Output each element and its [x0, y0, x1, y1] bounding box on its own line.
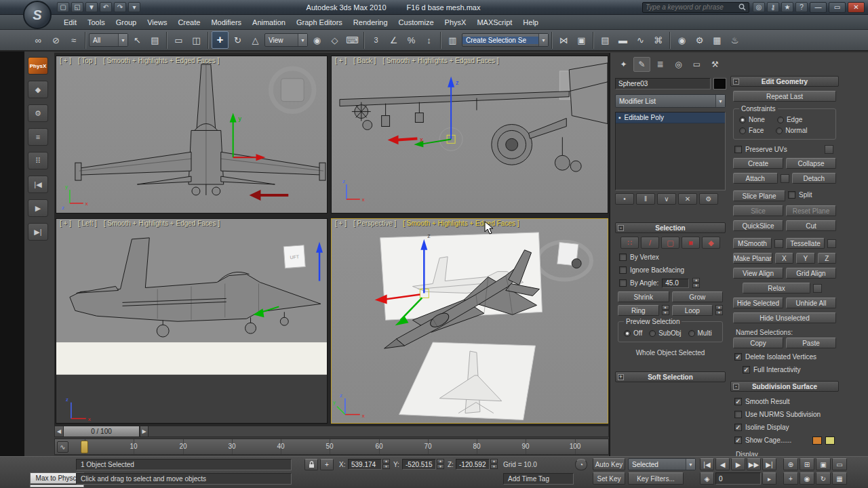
- viewport-shading-label[interactable]: [ Smooth + Highlights + Edged Faces ]: [403, 220, 519, 227]
- minimize-button[interactable]: —: [810, 2, 827, 13]
- slice-button[interactable]: Slice: [733, 205, 783, 216]
- preserve-uvs-checkbox[interactable]: Preserve UVs: [734, 145, 839, 154]
- attach-button[interactable]: Attach: [733, 173, 778, 184]
- cage-selected-color-swatch[interactable]: [825, 436, 835, 445]
- checkbox-box[interactable]: [619, 279, 627, 287]
- show-end-result-icon[interactable]: ‖: [636, 193, 655, 205]
- hide-unselected-button[interactable]: Hide Unselected: [733, 312, 836, 323]
- constraint-edge-radio[interactable]: Edge: [777, 116, 802, 123]
- select-object-icon[interactable]: ↖: [129, 31, 146, 49]
- frame-step-icon[interactable]: ▸: [762, 472, 776, 485]
- copy-button[interactable]: Copy: [733, 338, 783, 348]
- attach-settings-icon[interactable]: [781, 174, 789, 183]
- ring-spinner[interactable]: ▲▼: [662, 305, 669, 316]
- menu-create[interactable]: Create: [172, 16, 205, 28]
- select-and-manipulate-icon[interactable]: ◇: [326, 31, 343, 49]
- paste-button[interactable]: Paste: [786, 338, 836, 348]
- x-coord-field[interactable]: [348, 459, 382, 470]
- window-crossing-icon[interactable]: ◫: [188, 31, 205, 49]
- ring-button[interactable]: Ring: [618, 305, 659, 316]
- make-planar-button[interactable]: Make Planar: [733, 253, 772, 264]
- physx-constraints-icon[interactable]: ≡: [28, 128, 48, 146]
- viewport-name-label[interactable]: [ Perspective ]: [353, 220, 396, 227]
- spinner-snap-icon[interactable]: ↕: [420, 31, 437, 49]
- border-mode-icon[interactable]: ▢: [661, 237, 679, 249]
- physx-play-icon[interactable]: ▶: [28, 199, 48, 217]
- communication-center-icon[interactable]: ◎: [753, 2, 765, 12]
- angle-snap-icon[interactable]: ∠: [385, 31, 402, 49]
- make-unique-icon[interactable]: ∨: [657, 193, 676, 205]
- key-filters-button[interactable]: Key Filters...: [628, 472, 684, 485]
- help-icon[interactable]: ?: [795, 2, 808, 12]
- slice-plane-button[interactable]: Slice Plane: [733, 190, 785, 201]
- redo-icon[interactable]: ↷: [114, 2, 126, 12]
- favorites-icon[interactable]: ★: [781, 2, 793, 12]
- play-animation-icon[interactable]: ▶: [731, 458, 745, 470]
- relax-button[interactable]: Relax: [743, 283, 810, 293]
- by-angle-checkbox[interactable]: By Angle: ▲▼: [619, 279, 726, 287]
- view-align-button[interactable]: View Align: [733, 268, 783, 279]
- shrink-button[interactable]: Shrink: [618, 291, 669, 302]
- reset-plane-button[interactable]: Reset Plane: [786, 205, 836, 216]
- go-to-start-icon[interactable]: |◀: [700, 458, 714, 470]
- isoline-display-checkbox[interactable]: ✓ Isoline Display: [734, 423, 839, 432]
- keyboard-override-icon[interactable]: ⌨: [344, 31, 361, 49]
- maximize-button[interactable]: ▭: [829, 2, 846, 13]
- vertex-mode-icon[interactable]: ∷: [620, 237, 639, 249]
- radio-dot[interactable]: [739, 127, 746, 134]
- edit-geometry-rollout-header[interactable]: - Edit Geometry: [730, 76, 839, 87]
- display-tab-icon[interactable]: ▭: [688, 57, 705, 72]
- physx-logo-icon[interactable]: PhysX: [28, 57, 48, 75]
- by-angle-field[interactable]: [662, 279, 689, 288]
- edit-named-selections-icon[interactable]: ▥: [444, 31, 461, 49]
- subdivision-rollout-header[interactable]: - Subdivision Surface: [730, 381, 839, 392]
- modify-tab-icon[interactable]: ✎: [633, 57, 650, 72]
- viewport-back[interactable]: z x z x [ + ] [ Back ] [ Smooth + Highli…: [331, 56, 608, 214]
- subscription-center-icon[interactable]: ⚷: [767, 2, 779, 12]
- preserve-uvs-settings-icon[interactable]: [825, 145, 833, 154]
- named-selection-dropdown[interactable]: Create Selection Se▼: [462, 33, 549, 47]
- checkbox-box[interactable]: [619, 253, 627, 261]
- selection-lock-icon[interactable]: [304, 459, 318, 470]
- radio-dot[interactable]: [739, 117, 746, 123]
- search-icon[interactable]: [738, 3, 746, 11]
- previous-frame-icon[interactable]: ◀: [715, 458, 730, 470]
- checkbox-box[interactable]: ✓: [734, 398, 742, 405]
- save-file-icon[interactable]: ▼: [85, 2, 98, 12]
- app-logo-icon[interactable]: S: [23, 1, 52, 29]
- physx-step-icon[interactable]: ▶|: [28, 223, 48, 241]
- close-button[interactable]: ✕: [848, 2, 865, 13]
- radio-dot[interactable]: [624, 330, 631, 337]
- collapse-icon[interactable]: -: [733, 384, 739, 390]
- select-by-name-icon[interactable]: ▤: [146, 31, 163, 49]
- percent-snap-icon[interactable]: %: [403, 31, 420, 49]
- key-mode-dropdown[interactable]: Selected▼: [628, 458, 696, 470]
- current-frame-field[interactable]: [715, 472, 761, 485]
- next-frame-arrow-icon[interactable]: ▶: [140, 426, 149, 436]
- go-to-end-icon[interactable]: ▶|: [762, 458, 776, 470]
- menu-tools[interactable]: Tools: [82, 16, 111, 28]
- absolute-offset-toggle-icon[interactable]: +: [320, 459, 334, 470]
- checkbox-box[interactable]: [734, 146, 742, 153]
- add-time-tag-field[interactable]: Add Time Tag: [503, 473, 574, 485]
- select-and-link-icon[interactable]: ∞: [30, 31, 47, 49]
- physx-settings-icon[interactable]: ⚙: [28, 104, 48, 122]
- utilities-tab-icon[interactable]: ⚒: [707, 57, 724, 72]
- tessellate-settings-icon[interactable]: [827, 239, 836, 248]
- preview-multi-radio[interactable]: Multi: [688, 329, 712, 337]
- create-button[interactable]: Create: [733, 158, 783, 169]
- selection-filter-dropdown[interactable]: All▼: [89, 33, 128, 47]
- msmooth-settings-icon[interactable]: [774, 239, 783, 248]
- modifier-list-dropdown[interactable]: Modifier List▼: [615, 94, 726, 108]
- radio-dot[interactable]: [777, 117, 784, 123]
- stack-item-editable-poly[interactable]: ▪ Editable Poly: [616, 113, 725, 123]
- checkbox-box[interactable]: ✓: [734, 424, 742, 431]
- object-color-swatch[interactable]: [714, 79, 726, 89]
- graphite-ribbon-icon[interactable]: ▬: [614, 31, 631, 49]
- steering-wheel-icon[interactable]: ◔: [575, 459, 587, 470]
- hierarchy-tab-icon[interactable]: ≣: [652, 57, 669, 72]
- zoom-region-icon[interactable]: ▭: [832, 458, 847, 470]
- checkbox-box[interactable]: ✓: [743, 366, 750, 373]
- next-frame-icon[interactable]: ▶▶: [747, 458, 761, 470]
- relax-settings-icon[interactable]: [813, 284, 822, 293]
